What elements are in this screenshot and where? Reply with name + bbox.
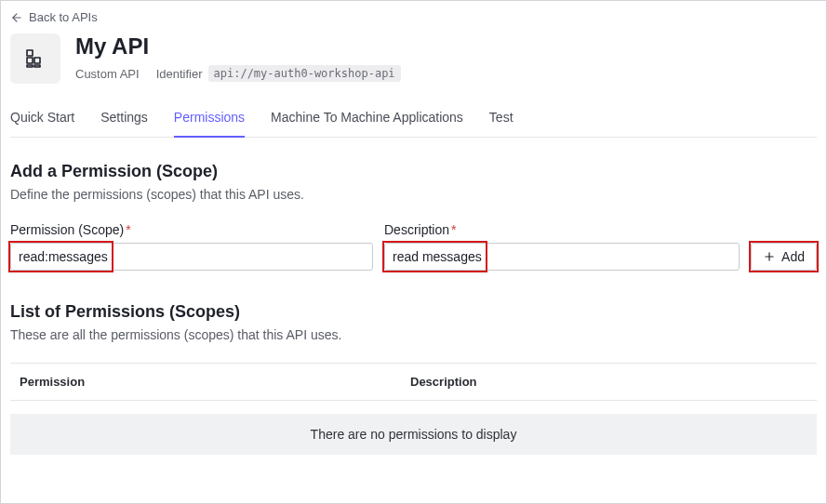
- identifier-label: Identifier: [156, 67, 203, 81]
- svg-rect-3: [34, 58, 40, 63]
- tab-quick-start[interactable]: Quick Start: [10, 110, 74, 138]
- list-permissions-title: List of Permissions (Scopes): [10, 302, 817, 322]
- add-button[interactable]: Add: [751, 243, 817, 271]
- empty-state-message: There are no permissions to display: [10, 414, 817, 455]
- api-type-label: Custom API: [75, 67, 140, 81]
- page-header: My API Custom API Identifier api://my-au…: [10, 33, 817, 110]
- permissions-table-header: Permission Description: [10, 363, 817, 401]
- svg-rect-4: [34, 65, 40, 67]
- arrow-left-icon: [10, 11, 23, 24]
- plus-icon: [763, 250, 776, 263]
- svg-rect-5: [27, 65, 33, 67]
- tab-bar: Quick Start Settings Permissions Machine…: [10, 110, 817, 138]
- description-input[interactable]: [384, 243, 740, 271]
- add-permission-description: Define the permissions (scopes) that thi…: [10, 187, 817, 202]
- page-title: My API: [75, 33, 401, 60]
- api-icon: [24, 47, 47, 70]
- add-button-label: Add: [781, 249, 805, 264]
- list-permissions-description: These are all the permissions (scopes) t…: [10, 327, 817, 342]
- description-label: Description*: [384, 222, 740, 237]
- api-avatar: [10, 33, 60, 84]
- required-marker-icon: *: [126, 222, 130, 237]
- back-link-label: Back to APIs: [29, 10, 98, 24]
- required-marker-icon: *: [451, 222, 456, 237]
- tab-settings[interactable]: Settings: [100, 110, 148, 138]
- add-permission-title: Add a Permission (Scope): [10, 162, 817, 181]
- tab-test[interactable]: Test: [489, 110, 514, 138]
- identifier-value: api://my-auth0-workshop-api: [208, 65, 401, 82]
- permission-scope-input[interactable]: [10, 243, 373, 271]
- tab-m2m-applications[interactable]: Machine To Machine Applications: [271, 110, 463, 138]
- tab-permissions[interactable]: Permissions: [174, 110, 245, 138]
- svg-rect-1: [27, 50, 33, 56]
- svg-rect-2: [27, 58, 33, 63]
- column-header-permission: Permission: [20, 375, 410, 389]
- permission-scope-label: Permission (Scope)*: [10, 222, 373, 237]
- column-header-description: Description: [410, 375, 807, 389]
- back-to-apis-link[interactable]: Back to APIs: [10, 8, 98, 33]
